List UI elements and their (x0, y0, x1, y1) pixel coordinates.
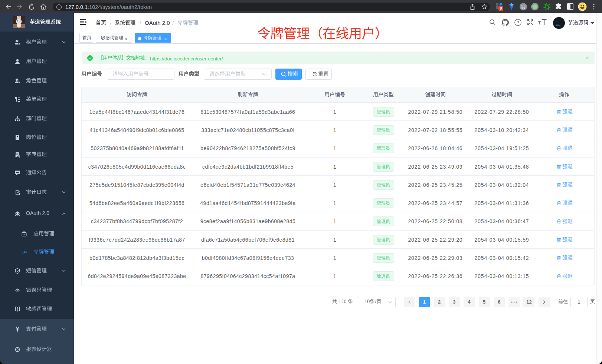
svg-text:⌘: ⌘ (521, 4, 526, 10)
svg-text:9: 9 (500, 6, 502, 10)
